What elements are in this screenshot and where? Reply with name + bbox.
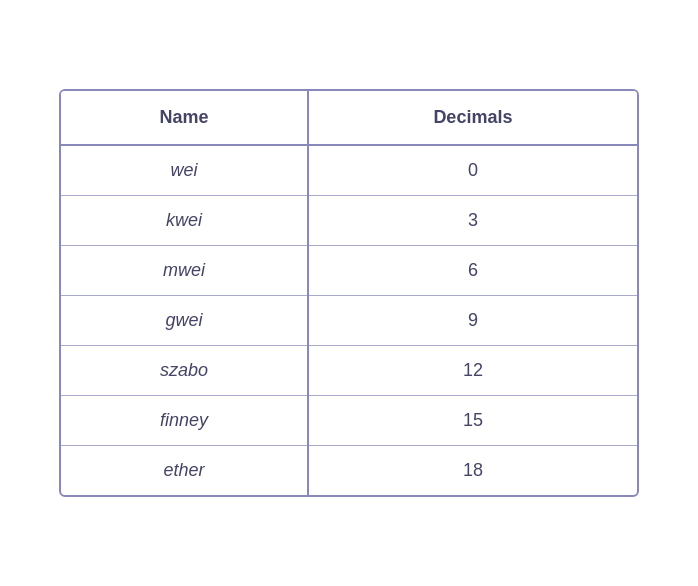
unit-name: finney [61, 396, 308, 446]
unit-decimals: 15 [308, 396, 637, 446]
table-row: kwei3 [61, 196, 637, 246]
table-row: finney15 [61, 396, 637, 446]
unit-name: kwei [61, 196, 308, 246]
unit-decimals: 12 [308, 346, 637, 396]
unit-name: ether [61, 446, 308, 496]
decimals-column-header: Decimals [308, 91, 637, 145]
table-row: szabo12 [61, 346, 637, 396]
table-row: mwei6 [61, 246, 637, 296]
unit-decimals: 18 [308, 446, 637, 496]
ethereum-units-table: Name Decimals wei0kwei3mwei6gwei9szabo12… [59, 89, 639, 497]
unit-decimals: 3 [308, 196, 637, 246]
unit-name: szabo [61, 346, 308, 396]
unit-decimals: 6 [308, 246, 637, 296]
name-column-header: Name [61, 91, 308, 145]
unit-name: wei [61, 145, 308, 196]
table-header-row: Name Decimals [61, 91, 637, 145]
unit-decimals: 0 [308, 145, 637, 196]
unit-decimals: 9 [308, 296, 637, 346]
table-row: wei0 [61, 145, 637, 196]
unit-name: mwei [61, 246, 308, 296]
table-row: ether18 [61, 446, 637, 496]
unit-name: gwei [61, 296, 308, 346]
table-row: gwei9 [61, 296, 637, 346]
